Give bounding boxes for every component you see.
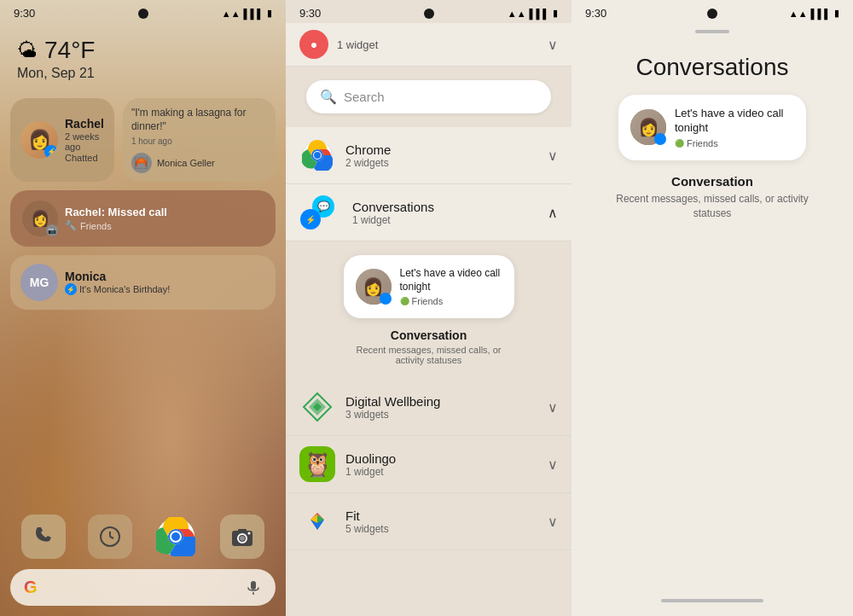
lasagna-time: 1 hour ago (131, 137, 172, 146)
monica-birthday-text: It's Monica's Birthday! (79, 284, 170, 294)
chrome-app-item[interactable]: Chrome 2 widgets ∨ (286, 127, 572, 184)
widget-label-title: Conversation (344, 328, 514, 342)
camera-app-icon[interactable] (220, 514, 264, 559)
mic-icon (245, 579, 262, 596)
status-icons-widget: ▲▲ ▌▌▌ ▮ (508, 8, 558, 19)
missed-call-face: 👩 (31, 209, 49, 228)
svg-line-2 (110, 537, 113, 538)
fit-chevron[interactable]: ∨ (548, 514, 558, 530)
widget-preview-message: Let's have a video call tonight (400, 267, 502, 293)
camera-svg (230, 525, 254, 549)
widget-preview-area: 👩 Let's have a video call tonight 🟢 Frie… (286, 241, 572, 379)
chrome-icon-svg (302, 140, 333, 171)
duolingo-owl: 🦉 (303, 450, 333, 479)
chrome-chevron[interactable]: ∨ (548, 148, 558, 164)
cd-badge (654, 133, 666, 145)
rachel-action: Chatted (65, 153, 104, 163)
svg-rect-10 (238, 529, 247, 532)
convo-detail-from: 🟢 Friends (675, 138, 794, 148)
widget-preview-from: 🟢 Friends (400, 296, 502, 306)
duolingo-app-item[interactable]: 🦉 Duolingo 1 widget ∨ (286, 436, 572, 493)
monica-initials-avatar: MG (20, 264, 58, 301)
duolingo-chevron[interactable]: ∨ (548, 456, 558, 473)
svg-point-6 (171, 532, 180, 541)
wifi-icon-home: ▲▲ (222, 9, 241, 19)
status-time-convo: 9:30 (585, 7, 606, 20)
conversations-info: Conversations 1 widget (352, 200, 541, 226)
chrome-widget-icon (299, 137, 335, 173)
widget-label-area: Conversation Recent messages, missed cal… (344, 328, 514, 365)
weather-temp: 74°F (44, 37, 95, 64)
missed-call-widget[interactable]: 👩 📷 Rachel: Missed call 🔧 Friends (10, 190, 276, 247)
duolingo-count: 1 widget (345, 466, 541, 478)
lasagna-quote: "I'm making a lasagna for dinner!" (131, 107, 267, 133)
widget-preview-card[interactable]: 👩 Let's have a video call tonight 🟢 Frie… (344, 255, 514, 318)
missed-call-info: Rachel: Missed call 🔧 Friends (65, 206, 167, 231)
widgets-area: 👩 ⚡ Rachel 2 weeks ago Chatted "I'm maki… (0, 88, 286, 310)
monica-geller-name: Monica Geller (157, 158, 215, 168)
monica-birthday-widget[interactable]: MG Monica ⚡ It's Monica's Birthday! (10, 255, 276, 310)
wifi-icon-widget: ▲▲ (508, 9, 526, 19)
convo-detail-from-name: Friends (687, 138, 718, 148)
battery-icon-home: ▮ (267, 8, 272, 19)
clock-app-icon[interactable] (88, 514, 132, 559)
convo-detail-online: 🟢 (675, 139, 684, 148)
scroll-handle-bar (695, 30, 729, 33)
conversations-chevron[interactable]: ∧ (548, 205, 558, 221)
wifi-icon-convo: ▲▲ (789, 9, 808, 19)
conversations-name: Conversations (352, 200, 541, 214)
widget-picker-panel: 9:30 ▲▲ ▌▌▌ ▮ ● 1 widget ∨ 🔍 Search (286, 0, 572, 616)
messenger-icon: ⚡ (47, 148, 56, 156)
messenger-bolt: ⚡ (305, 215, 316, 224)
convo-detail-widget-label: Conversation Recent messages, missed cal… (589, 174, 836, 221)
phone-app-icon[interactable] (21, 514, 66, 559)
lasagna-status-widget[interactable]: "I'm making a lasagna for dinner!" 1 hou… (123, 98, 276, 182)
camera-dot-widget (424, 9, 434, 19)
fit-widget-icon (299, 503, 335, 539)
monica-sub: ⚡ It's Monica's Birthday! (65, 283, 170, 295)
partial-icon-label: ● (310, 38, 317, 51)
cdwl-title: Conversation (606, 174, 819, 189)
signal-icon-convo: ▌▌▌ (811, 9, 831, 19)
messenger-icon-monica: ⚡ (65, 283, 77, 295)
conversations-header[interactable]: 💬 ⚡ Conversations 1 widget ∧ (286, 184, 572, 241)
chrome-app-icon[interactable] (154, 514, 198, 559)
list-bottom-spacer (286, 550, 572, 584)
wrench-icon: 🔧 (65, 220, 77, 231)
search-icon: 🔍 (320, 89, 337, 105)
weather-date: Mon, Sep 21 (17, 66, 269, 81)
signal-icon-widget: ▌▌▌ (530, 9, 549, 19)
fit-app-item[interactable]: Fit 5 widgets ∨ (286, 493, 572, 550)
weather-widget: 🌤 74°F Mon, Sep 21 (0, 23, 286, 88)
missed-call-group: Friends (80, 221, 112, 231)
widget-preview-avatar: 👩 (356, 269, 392, 305)
convo-detail-spacer (572, 234, 853, 589)
dw-chevron[interactable]: ∨ (548, 399, 558, 416)
conversations-count: 1 widget (352, 214, 541, 226)
google-search-bar[interactable]: G (10, 569, 276, 606)
missed-call-avatar: 👩 📷 (22, 200, 58, 236)
convo-detail-content: Let's have a video call tonight 🟢 Friend… (675, 107, 794, 148)
signal-icon-home: ▌▌▌ (244, 9, 264, 19)
status-bar-home: 9:30 ▲▲ ▌▌▌ ▮ (0, 0, 286, 23)
chrome-info: Chrome 2 widgets (345, 142, 541, 169)
google-g-icon: G (24, 578, 38, 597)
dw-app-item[interactable]: Digital Wellbeing 3 widgets ∨ (286, 379, 572, 436)
rachel-sub: 2 weeks ago (65, 131, 104, 152)
rachel-chat-widget[interactable]: 👩 ⚡ Rachel 2 weeks ago Chatted (10, 98, 114, 182)
convo-detail-card[interactable]: 👩 Let's have a video call tonight 🟢 Frie… (618, 95, 806, 160)
monica-avatar-small: 🦰 (131, 153, 152, 173)
widget-row-1: 👩 ⚡ Rachel 2 weeks ago Chatted "I'm maki… (10, 98, 276, 182)
conversations-detail-title: Conversations (572, 37, 853, 95)
status-time-widget: 9:30 (299, 7, 321, 20)
dw-count: 3 widgets (345, 409, 541, 421)
fit-info: Fit 5 widgets (345, 508, 541, 535)
battery-icon-convo: ▮ (834, 8, 839, 19)
dw-name: Digital Wellbeing (345, 394, 541, 409)
svg-rect-12 (251, 581, 256, 590)
duolingo-info: Duolingo 1 widget (345, 451, 541, 478)
missed-call-badge-icon: 📷 (48, 227, 56, 235)
widget-list: Chrome 2 widgets ∨ 💬 ⚡ (286, 127, 572, 616)
widget-search-bar[interactable]: 🔍 Search (306, 80, 551, 113)
conversations-detail-panel: 9:30 ▲▲ ▌▌▌ ▮ Conversations 👩 Let's have… (572, 0, 853, 616)
